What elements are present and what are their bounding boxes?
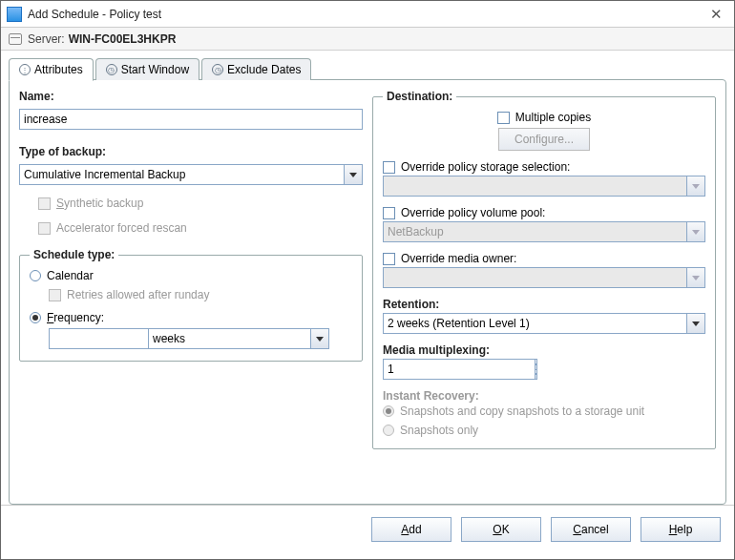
checkbox-box-icon [497, 112, 510, 124]
multiple-copies-checkbox[interactable]: Multiple copies [497, 111, 591, 124]
radio-snapshots-only: Snapshots only [383, 424, 705, 437]
left-column: Name: Type of backup: Synthetic backup A… [19, 90, 363, 494]
dialog-window: Add Schedule - Policy test ✕ Server: WIN… [0, 0, 735, 560]
schedule-type-legend: Schedule type: [30, 248, 118, 261]
checkbox-box-icon [383, 161, 395, 174]
chevron-down-icon[interactable] [310, 328, 329, 349]
close-icon[interactable]: ✕ [704, 6, 728, 23]
chevron-down-icon [686, 267, 705, 288]
media-multiplexing-label: Media multiplexing: [383, 343, 705, 357]
retries-after-runday-label: Retries allowed after runday [67, 288, 209, 301]
synthetic-backup-label: Synthetic backup [56, 197, 143, 210]
titlebar: Add Schedule - Policy test ✕ [1, 1, 734, 28]
spin-down-icon[interactable] [536, 370, 537, 381]
chevron-down-icon[interactable] [686, 313, 705, 334]
frequency-unit-select[interactable] [148, 328, 329, 349]
server-bar: Server: WIN-FC00EL3HKPR [1, 28, 734, 51]
tab-attributes[interactable]: ⋮ Attributes [9, 58, 94, 81]
type-of-backup-label: Type of backup: [19, 145, 363, 158]
override-storage-checkbox[interactable]: Override policy storage selection: [383, 160, 705, 174]
radio-snapshots-and-copy: Snapshots and copy snapshots to a storag… [383, 404, 705, 418]
window-title: Add Schedule - Policy test [28, 8, 704, 21]
app-icon [7, 7, 22, 22]
radio-dot-icon [30, 270, 41, 281]
checkbox-box-icon [383, 253, 395, 265]
configure-button: Configure... [498, 128, 590, 151]
destination-legend: Destination: [383, 90, 456, 103]
server-icon [9, 33, 22, 45]
override-volume-label: Override policy volume pool: [401, 206, 545, 219]
ok-button[interactable]: OK [461, 517, 541, 542]
checkbox-box-icon [38, 197, 51, 210]
instant-recovery-label: Instant Recovery: [383, 389, 705, 403]
media-multiplexing-spinner[interactable] [383, 359, 469, 380]
name-label: Name: [19, 90, 363, 103]
volume-pool-select [383, 221, 705, 242]
radio-calendar-label: Calendar [47, 269, 94, 282]
radio-frequency-label: Frequency: [47, 311, 104, 324]
tab-label: Exclude Dates [227, 63, 301, 76]
accelerator-rescan-label: Accelerator forced rescan [56, 221, 187, 235]
override-volume-checkbox[interactable]: Override policy volume pool: [383, 206, 705, 219]
checkbox-box-icon [383, 207, 395, 219]
chevron-down-icon [686, 176, 705, 197]
type-of-backup-select[interactable] [19, 164, 363, 185]
storage-selection-select [383, 176, 705, 197]
cancel-button[interactable]: Cancel [551, 517, 631, 542]
tab-panel-attributes: Name: Type of backup: Synthetic backup A… [9, 79, 726, 505]
frequency-unit-value[interactable] [148, 328, 310, 349]
tab-exclude-dates[interactable]: ◷ Exclude Dates [201, 58, 311, 80]
retention-label: Retention: [383, 298, 705, 311]
tab-icon-exclude-dates: ◷ [212, 64, 223, 75]
name-input[interactable] [19, 109, 363, 130]
radio-snapshots-only-label: Snapshots only [400, 424, 478, 437]
volume-pool-value [383, 221, 686, 242]
frequency-spinner[interactable] [49, 328, 144, 349]
radio-snapshots-and-copy-label: Snapshots and copy snapshots to a storag… [400, 404, 644, 418]
retries-after-runday-checkbox: Retries allowed after runday [49, 288, 352, 301]
override-media-owner-checkbox[interactable]: Override media owner: [383, 252, 705, 265]
server-label: Server: [28, 32, 65, 46]
checkbox-box-icon [49, 289, 61, 301]
frequency-row [49, 328, 352, 349]
schedule-type-group: Schedule type: Calendar Retries allowed … [19, 248, 363, 362]
chevron-down-icon[interactable] [344, 164, 363, 185]
override-media-owner-label: Override media owner: [401, 252, 516, 265]
radio-dot-icon [383, 425, 394, 436]
retention-value[interactable] [383, 313, 686, 334]
tab-label: Start Window [121, 63, 189, 76]
right-column: Destination: Multiple copies Configure..… [372, 90, 716, 494]
override-storage-label: Override policy storage selection: [401, 160, 570, 174]
radio-dot-icon [383, 405, 394, 417]
spin-up-icon[interactable] [536, 359, 537, 370]
media-owner-value [383, 267, 686, 288]
retention-select[interactable] [383, 313, 705, 334]
button-bar: Add OK Cancel Help [1, 505, 734, 553]
multiple-copies-label: Multiple copies [515, 111, 591, 124]
storage-selection-value [383, 176, 686, 197]
tab-icon-start-window: ◷ [106, 64, 117, 75]
media-multiplexing-value[interactable] [383, 359, 536, 380]
help-button[interactable]: Help [640, 517, 721, 542]
server-name: WIN-FC00EL3HKPR [69, 32, 177, 46]
tab-icon-attributes: ⋮ [19, 64, 31, 75]
type-of-backup-value[interactable] [19, 164, 344, 185]
synthetic-backup-checkbox: Synthetic backup [38, 197, 363, 210]
spinner-buttons [536, 359, 537, 380]
radio-frequency[interactable]: Frequency: [30, 311, 352, 324]
tabs: ⋮ Attributes ◷ Start Window ◷ Exclude Da… [9, 58, 726, 80]
accelerator-rescan-checkbox: Accelerator forced rescan [38, 221, 363, 235]
tab-label: Attributes [34, 63, 83, 76]
radio-calendar[interactable]: Calendar [30, 269, 352, 282]
tabs-container: ⋮ Attributes ◷ Start Window ◷ Exclude Da… [1, 51, 734, 505]
tab-start-window[interactable]: ◷ Start Window [95, 58, 200, 80]
radio-dot-icon [30, 312, 41, 323]
checkbox-box-icon [38, 222, 51, 235]
add-button[interactable]: Add [371, 517, 452, 542]
media-owner-select [383, 267, 705, 288]
destination-group: Destination: Multiple copies Configure..… [372, 90, 716, 449]
chevron-down-icon [686, 221, 705, 242]
